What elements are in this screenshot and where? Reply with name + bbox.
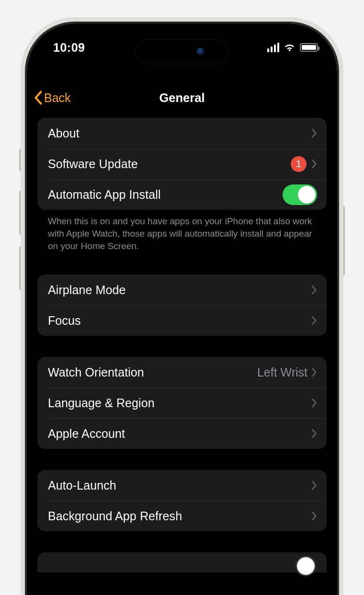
row-background-app-refresh[interactable]: Background App Refresh xyxy=(37,501,327,531)
row-automatic-app-install: Automatic App Install xyxy=(37,179,327,210)
row-label: Automatic App Install xyxy=(48,188,283,202)
row-label: Airplane Mode xyxy=(48,283,311,297)
status-time: 10:09 xyxy=(53,41,85,55)
content: About Software Update 1 Automatic App In… xyxy=(27,118,337,595)
settings-group: Airplane Mode Focus xyxy=(37,275,327,336)
dynamic-island xyxy=(136,39,229,64)
chevron-right-icon xyxy=(311,285,317,295)
phone-side-button xyxy=(19,246,23,290)
chevron-right-icon xyxy=(311,316,317,325)
row-auto-launch[interactable]: Auto-Launch xyxy=(37,470,327,501)
row-software-update[interactable]: Software Update 1 xyxy=(37,149,327,179)
row-focus[interactable]: Focus xyxy=(37,305,327,336)
settings-group-partial xyxy=(37,552,327,572)
settings-group: Watch Orientation Left Wrist Language & … xyxy=(37,357,327,449)
settings-group: Auto-Launch Background App Refresh xyxy=(37,470,327,531)
screen: 10:09 Back General About xyxy=(27,23,337,595)
phone-side-button xyxy=(341,206,345,275)
group-footer: When this is on and you have apps on you… xyxy=(37,210,327,252)
row-label: Language & Region xyxy=(48,396,311,410)
row-value: Left Wrist xyxy=(257,366,307,379)
row-label: Focus xyxy=(48,314,311,328)
row-watch-orientation[interactable]: Watch Orientation Left Wrist xyxy=(37,357,327,388)
status-right xyxy=(267,43,318,52)
row-label: Watch Orientation xyxy=(48,366,257,379)
phone-side-button xyxy=(19,149,23,172)
nav-bar: Back General xyxy=(27,86,337,110)
back-label: Back xyxy=(44,91,71,105)
row-language-region[interactable]: Language & Region xyxy=(37,388,327,418)
row-airplane-mode[interactable]: Airplane Mode xyxy=(37,275,327,305)
phone-frame: 10:09 Back General About xyxy=(27,23,337,595)
back-button[interactable]: Back xyxy=(34,86,71,110)
toggle-automatic-app-install[interactable] xyxy=(283,184,317,205)
phone-side-button xyxy=(19,191,23,235)
battery-icon xyxy=(300,43,318,52)
row-label: Auto-Launch xyxy=(48,479,311,492)
toggle-knob[interactable] xyxy=(297,557,315,575)
row-label: About xyxy=(48,126,311,140)
chevron-right-icon xyxy=(311,481,317,490)
chevron-right-icon xyxy=(311,511,317,521)
row-label: Background App Refresh xyxy=(48,509,311,523)
page-title: General xyxy=(159,91,205,105)
cellular-icon xyxy=(267,43,280,52)
notification-badge: 1 xyxy=(291,156,307,172)
row-label: Apple Account xyxy=(48,427,311,441)
wifi-icon xyxy=(284,43,296,52)
row-apple-account[interactable]: Apple Account xyxy=(37,418,327,449)
row-about[interactable]: About xyxy=(37,118,327,149)
settings-group: About Software Update 1 Automatic App In… xyxy=(37,118,327,210)
chevron-right-icon xyxy=(311,128,317,138)
chevron-right-icon xyxy=(311,398,317,408)
chevron-right-icon xyxy=(311,159,317,169)
chevron-right-icon xyxy=(311,367,317,377)
chevron-right-icon xyxy=(311,429,317,438)
row-label: Software Update xyxy=(48,157,291,171)
